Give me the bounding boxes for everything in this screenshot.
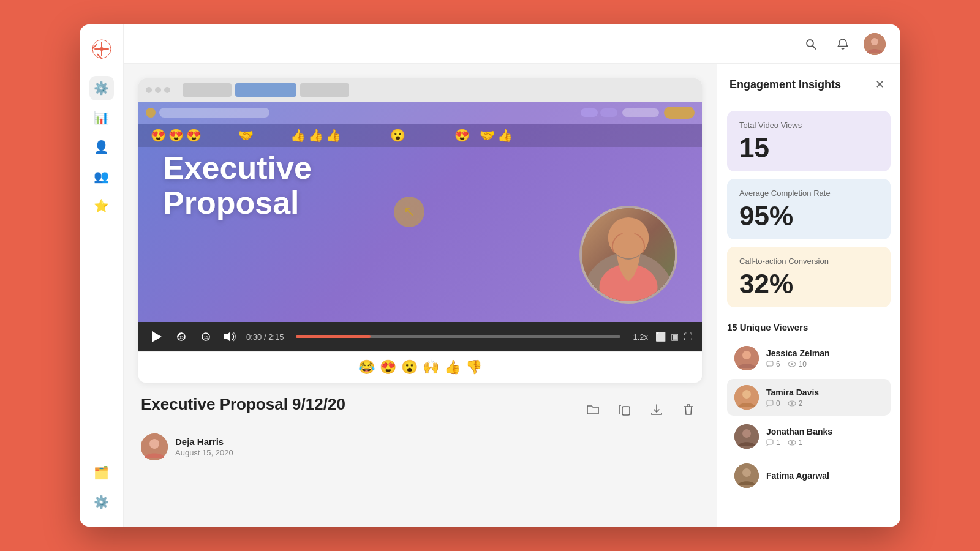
download-icon[interactable]	[646, 399, 668, 421]
viewer-comments-jonathan: 1	[766, 438, 780, 447]
presenter-bubble	[579, 206, 677, 304]
emoji-laughing[interactable]: 😂	[358, 359, 375, 375]
svg-point-38	[742, 468, 751, 477]
svg-marker-13	[152, 331, 162, 342]
browser-tab-inactive2[interactable]	[300, 83, 349, 97]
sidebar-item-star[interactable]: ⭐	[89, 193, 114, 218]
browser-dot-red	[146, 87, 152, 93]
viewer-info-jessica: Jessica Zelman 6 10	[766, 348, 830, 369]
speed-badge[interactable]: 1.2x	[633, 332, 648, 342]
svg-point-21	[149, 439, 159, 449]
emoji-overlay-row: 😍 😍 😍 🤝 👍 👍 👍 😮 😍 🤝 👍	[138, 124, 702, 147]
forward-button[interactable]: 15	[197, 328, 214, 345]
sidebar-item-settings[interactable]: ⚙️	[89, 76, 114, 100]
svg-point-5	[100, 47, 104, 51]
video-container: Executive Proposal ↖	[138, 78, 702, 383]
delete-icon[interactable]	[677, 399, 699, 421]
svg-point-9	[871, 38, 878, 45]
sidebar-item-archive[interactable]: 🗂️	[89, 460, 114, 485]
emoji-thumbsdown[interactable]: 👎	[466, 359, 482, 375]
browser-chrome	[138, 78, 702, 102]
svg-rect-19	[622, 407, 630, 415]
fullscreen-button[interactable]: ⛶	[684, 332, 692, 342]
stat-label-views: Total Video Views	[739, 121, 878, 130]
browser-tab-inactive[interactable]	[183, 83, 232, 97]
video-panel: Executive Proposal ↖	[124, 64, 717, 527]
pip-button[interactable]: ▣	[671, 332, 679, 342]
video-player[interactable]: Executive Proposal ↖	[138, 102, 702, 322]
viewer-name-jessica: Jessica Zelman	[766, 348, 830, 358]
viewer-item-jessica[interactable]: Jessica Zelman 6 10	[727, 340, 891, 377]
folder-icon[interactable]	[582, 399, 604, 421]
viewer-item-jonathan[interactable]: Jonathan Banks 1 1	[727, 418, 891, 455]
emoji-heart-eyes[interactable]: 😍	[380, 359, 396, 375]
sidebar-item-gear[interactable]: ⚙️	[89, 490, 114, 514]
browser-dots	[146, 87, 170, 93]
app-logo[interactable]	[89, 37, 114, 61]
emoji-clapping[interactable]: 🙌	[423, 359, 439, 375]
user-avatar[interactable]	[864, 33, 886, 55]
video-title-line2: Proposal	[163, 186, 312, 220]
emoji-handshake2: 🤝	[480, 128, 495, 143]
svg-rect-24	[767, 361, 773, 366]
svg-text:15: 15	[179, 335, 184, 339]
svg-marker-18	[224, 332, 230, 342]
emoji-thumbs1: 👍	[290, 128, 306, 143]
sidebar-item-person[interactable]: 👤	[89, 135, 114, 159]
viewer-item-fatima[interactable]: Fatima Agarwal	[727, 457, 891, 494]
viewer-comments-jessica: 6	[766, 360, 780, 369]
main-content: Executive Proposal ↖	[124, 24, 900, 527]
presenter-image	[582, 208, 675, 301]
viewer-name-tamira: Tamira Davis	[766, 388, 819, 397]
volume-button[interactable]	[222, 328, 239, 345]
viewer-comments-tamira: 0	[766, 399, 780, 408]
browser-tab-active[interactable]	[235, 83, 296, 97]
svg-point-36	[791, 441, 793, 444]
search-icon[interactable]	[800, 33, 822, 55]
viewer-views-jessica: 10	[788, 360, 807, 369]
emoji-thumbs3: 👍	[326, 128, 341, 143]
emoji-thumbsup[interactable]: 👍	[444, 359, 461, 375]
play-button[interactable]	[148, 328, 165, 345]
video-info: Executive Proposal 9/12/20	[138, 383, 702, 460]
svg-point-26	[791, 363, 793, 365]
video-controls: 15 15	[138, 322, 702, 351]
viewer-avatar-tamira	[734, 385, 759, 410]
emoji-surprised[interactable]: 😮	[401, 359, 418, 375]
view-controls: ⬜ ▣ ⛶	[655, 332, 692, 342]
stat-card-views: Total Video Views 15	[727, 111, 891, 171]
time-display: 0:30 / 2:15	[246, 332, 284, 342]
author-row: Deja Harris August 15, 2020	[141, 433, 699, 460]
insights-panel: Engagement Insights ✕ Total Video Views …	[717, 64, 900, 527]
video-title: Executive Proposal 9/12/20	[141, 395, 345, 414]
emoji-handshake1: 🤝	[238, 128, 254, 143]
author-avatar	[141, 433, 168, 460]
viewer-info-tamira: Tamira Davis 0 2	[766, 388, 819, 408]
sidebar-item-analytics[interactable]: 📊	[89, 105, 114, 130]
emoji-thumbs4: 👍	[497, 128, 513, 143]
bell-icon[interactable]	[832, 33, 854, 55]
viewer-avatar-jonathan	[734, 424, 759, 449]
copy-icon[interactable]	[614, 399, 636, 421]
viewer-info-fatima: Fatima Agarwal	[766, 471, 829, 481]
sidebar-item-people[interactable]: 👥	[89, 164, 114, 189]
top-bar	[124, 24, 900, 64]
progress-fill	[296, 335, 371, 338]
author-date: August 15, 2020	[175, 448, 233, 457]
viewer-name-jonathan: Jonathan Banks	[766, 427, 832, 437]
stat-label-cta: Call-to-action Conversion	[739, 257, 878, 266]
video-browser-bar	[138, 102, 702, 124]
rewind-button[interactable]: 15	[173, 328, 190, 345]
mini-mode-button[interactable]: ⬜	[655, 332, 666, 342]
viewer-item-tamira[interactable]: Tamira Davis 0 2	[727, 379, 891, 416]
insights-header: Engagement Insights ✕	[717, 64, 900, 103]
svg-line-7	[813, 45, 816, 49]
cursor-indicator: ↖	[394, 197, 424, 227]
browser-dot-green	[164, 87, 170, 93]
viewer-avatar-jessica	[734, 346, 759, 370]
close-button[interactable]: ✕	[871, 76, 888, 93]
progress-bar[interactable]	[296, 335, 620, 338]
stat-value-cta: 32%	[739, 271, 878, 298]
svg-rect-34	[767, 440, 773, 444]
viewer-views-jonathan: 1	[788, 438, 803, 447]
